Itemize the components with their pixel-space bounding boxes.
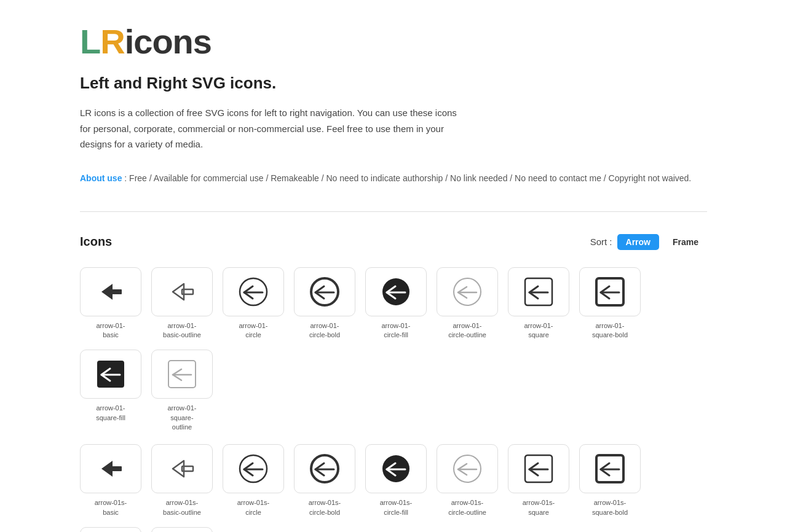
icon-box	[80, 350, 141, 399]
icon-label: arrow-01- square-fill	[96, 404, 125, 423]
icon-card[interactable]: arrow-01s- basic	[80, 444, 141, 517]
icon-card[interactable]: arrow-01- circle-fill	[365, 267, 427, 340]
icon-box	[151, 350, 213, 399]
logo-rest: icons	[125, 22, 212, 61]
icon-label: arrow-01- circle	[239, 321, 267, 340]
icon-box	[151, 267, 213, 316]
icon-label: arrow-01s- circle-fill	[380, 498, 413, 517]
icon-label: arrow-01- square-bold	[592, 321, 628, 340]
icon-card[interactable]: arrow-01s- square-fill	[80, 527, 141, 532]
icons-section-title: Icons	[80, 235, 112, 249]
icon-card[interactable]: arrow-01- square	[508, 267, 569, 340]
icon-label: arrow-01- square- outline	[167, 404, 196, 432]
icon-card[interactable]: arrow-01s- circle	[223, 444, 284, 517]
icon-label: arrow-01s- circle-outline	[448, 498, 486, 517]
icon-card[interactable]: arrow-01s- circle-outline	[437, 444, 498, 517]
icon-box	[294, 267, 355, 316]
icon-box	[579, 444, 641, 493]
icon-box	[151, 444, 213, 493]
sort-arrow-button[interactable]: Arrow	[617, 234, 659, 250]
icon-label: arrow-01s- circle-bold	[309, 498, 341, 517]
icon-box	[294, 444, 355, 493]
page-description: LR icons is a collection of free SVG ico…	[80, 105, 461, 152]
icon-box	[437, 267, 498, 316]
icon-card[interactable]: arrow-01s- circle-bold	[294, 444, 355, 517]
icon-box	[365, 444, 427, 493]
icon-label: arrow-01s- basic-outline	[163, 498, 201, 517]
about-use-colon: : Free / Available for commercial use / …	[122, 173, 691, 183]
icons-header: Icons Sort : Arrow Frame	[80, 234, 707, 250]
icon-card[interactable]: arrow-01s- square- outline	[151, 527, 213, 532]
icon-box	[223, 444, 284, 493]
svg-rect-21	[111, 466, 122, 471]
icon-box	[579, 267, 641, 316]
page-headline: Left and Right SVG icons.	[80, 74, 707, 93]
about-use-link[interactable]: About use	[80, 173, 122, 183]
main-container: LRicons Left and Right SVG icons. LR ico…	[43, 0, 744, 532]
icon-box	[80, 267, 141, 316]
icon-card[interactable]: arrow-01- square-bold	[579, 267, 641, 340]
icon-card[interactable]: arrow-01- circle-bold	[294, 267, 355, 340]
icon-card[interactable]: arrow-01s- basic-outline	[151, 444, 213, 517]
svg-rect-1	[111, 289, 122, 294]
logo-r: R	[100, 22, 124, 61]
sort-frame-button[interactable]: Frame	[664, 234, 707, 250]
sort-label: Sort :	[590, 237, 612, 247]
icon-box	[151, 527, 213, 532]
icon-label: arrow-01- basic	[96, 321, 125, 340]
icon-label: arrow-01- circle-fill	[381, 321, 410, 340]
icon-label: arrow-01- basic-outline	[163, 321, 201, 340]
icon-label: arrow-01s- square	[523, 498, 555, 517]
icons-grid-row1: arrow-01- basicarrow-01- basic-outline a…	[80, 267, 707, 432]
icon-box	[437, 444, 498, 493]
logo-l: L	[80, 22, 100, 61]
section-divider	[80, 211, 707, 212]
icon-label: arrow-01- circle-outline	[448, 321, 486, 340]
icons-grid-row2: arrow-01s- basicarrow-01s- basic-outline…	[80, 444, 707, 532]
icon-card[interactable]: arrow-01s- square-bold	[579, 444, 641, 517]
about-use-section: About use : Free / Available for commerc…	[80, 170, 707, 187]
icon-box	[365, 267, 427, 316]
icon-box	[223, 267, 284, 316]
icon-label: arrow-01- square	[524, 321, 553, 340]
icon-card[interactable]: arrow-01- basic	[80, 267, 141, 340]
sort-area: Sort : Arrow Frame	[590, 234, 707, 250]
icon-box	[508, 267, 569, 316]
icon-card[interactable]: arrow-01s- square	[508, 444, 569, 517]
icon-card[interactable]: arrow-01- square-fill	[80, 350, 141, 432]
icon-box	[508, 444, 569, 493]
logo: LRicons	[80, 25, 707, 59]
icon-card[interactable]: arrow-01- circle	[223, 267, 284, 340]
icon-card[interactable]: arrow-01- square- outline	[151, 350, 213, 432]
icon-card[interactable]: arrow-01- basic-outline	[151, 267, 213, 340]
icon-box	[80, 527, 141, 532]
icon-label: arrow-01s- basic	[95, 498, 127, 517]
icon-label: arrow-01- circle-bold	[309, 321, 340, 340]
icon-box	[80, 444, 141, 493]
icon-card[interactable]: arrow-01s- circle-fill	[365, 444, 427, 517]
icon-label: arrow-01s- square-bold	[592, 498, 628, 517]
icon-card[interactable]: arrow-01- circle-outline	[437, 267, 498, 340]
icon-label: arrow-01s- circle	[237, 498, 270, 517]
